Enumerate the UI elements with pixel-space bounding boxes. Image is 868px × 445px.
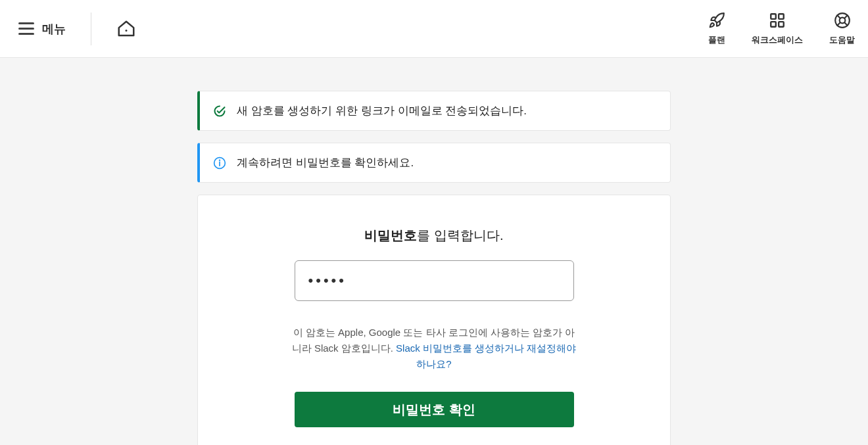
divider — [91, 12, 91, 45]
info-icon — [213, 156, 226, 170]
nav-workspace-label: 워크스페이스 — [752, 34, 803, 46]
svg-rect-2 — [779, 14, 784, 19]
svg-line-9 — [844, 15, 848, 18]
home-icon — [116, 19, 136, 39]
nav-plan-label: 플랜 — [708, 34, 725, 46]
password-card: 비밀번호를 입력합니다. 이 암호는 Apple, Google 또는 타사 로… — [197, 195, 671, 445]
menu-button[interactable]: 메뉴 — [13, 16, 71, 42]
rocket-icon — [708, 12, 725, 29]
confirm-password-button[interactable]: 비밀번호 확인 — [295, 392, 574, 427]
svg-rect-3 — [771, 22, 776, 27]
svg-point-0 — [126, 30, 128, 32]
menu-label: 메뉴 — [42, 21, 66, 37]
header-left: 메뉴 — [13, 12, 141, 45]
svg-rect-4 — [779, 22, 784, 27]
check-circle-icon — [213, 105, 226, 118]
help-text: 이 암호는 Apple, Google 또는 타사 로그인에 사용하는 암호가 … — [289, 325, 579, 372]
alert-success-text: 새 암호를 생성하기 위한 링크가 이메일로 전송되었습니다. — [237, 103, 527, 118]
alert-success: 새 암호를 생성하기 위한 링크가 이메일로 전송되었습니다. — [197, 91, 671, 131]
nav-help-label: 도움말 — [829, 34, 855, 46]
help-icon — [834, 12, 851, 29]
hamburger-icon — [18, 22, 34, 35]
content-wrapper: 새 암호를 생성하기 위한 링크가 이메일로 전송되었습니다. 계속하려면 비밀… — [197, 91, 671, 445]
main-content: 새 암호를 생성하기 위한 링크가 이메일로 전송되었습니다. 계속하려면 비밀… — [0, 58, 868, 445]
card-title-bold: 비밀번호 — [364, 228, 417, 243]
reset-password-link[interactable]: Slack 비밀번호를 생성하거나 재설정해야 하나요? — [396, 342, 576, 369]
nav-workspace[interactable]: 워크스페이스 — [752, 12, 803, 46]
header-right: 플랜 워크스페이스 도움말 — [708, 12, 855, 46]
header: 메뉴 플랜 워크스페이스 — [0, 0, 868, 58]
home-button[interactable] — [111, 14, 141, 44]
card-title-rest: 를 입력합니다. — [417, 228, 503, 243]
nav-plan[interactable]: 플랜 — [708, 12, 725, 46]
alert-info-text: 계속하려면 비밀번호를 확인하세요. — [237, 155, 414, 170]
alert-info: 계속하려면 비밀번호를 확인하세요. — [197, 143, 671, 183]
grid-icon — [769, 12, 786, 29]
svg-line-7 — [837, 15, 840, 18]
nav-help[interactable]: 도움말 — [829, 12, 855, 46]
svg-line-10 — [837, 22, 840, 26]
svg-line-8 — [844, 22, 848, 26]
svg-point-13 — [220, 160, 220, 160]
card-title: 비밀번호를 입력합니다. — [364, 227, 503, 245]
password-input[interactable] — [295, 260, 574, 301]
svg-rect-1 — [771, 14, 776, 19]
